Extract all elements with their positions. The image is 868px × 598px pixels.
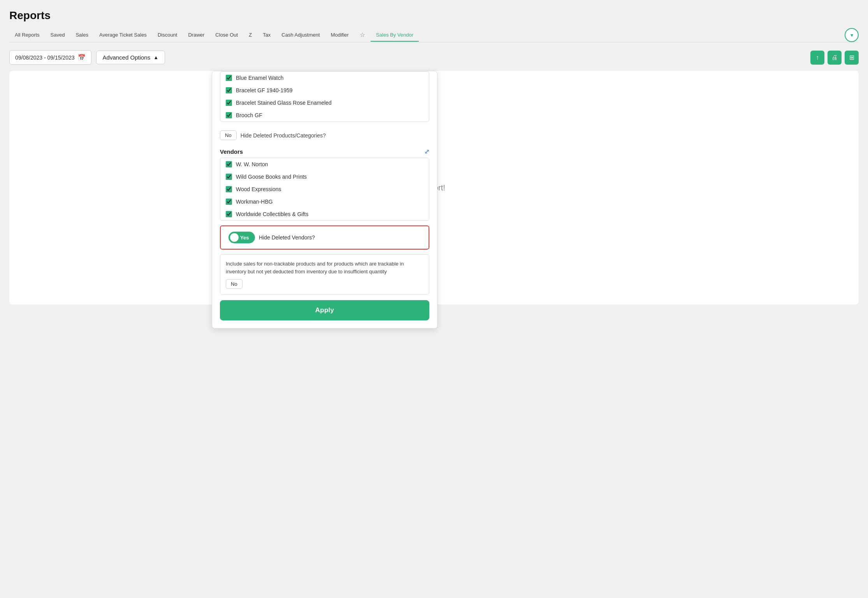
product-item-0[interactable]: Blue Enamel Watch <box>220 72 429 84</box>
tab-star[interactable]: ☆ <box>354 28 371 42</box>
hide-deleted-vendors-row: Yes Hide Deleted Vendors? <box>220 225 429 250</box>
vendor-label-2: Wood Expressions <box>236 186 281 192</box>
tab-cash-adjustment[interactable]: Cash Adjustment <box>276 29 325 42</box>
product-item-1[interactable]: Bracelet GF 1940-1959 <box>220 84 429 97</box>
tab-modifier[interactable]: Modifier <box>325 29 354 42</box>
tab-z[interactable]: Z <box>243 29 257 42</box>
vendor-item-0[interactable]: W. W. Norton <box>220 158 429 171</box>
product-label-0: Blue Enamel Watch <box>236 75 283 81</box>
toggle-circle <box>230 233 239 242</box>
print-icon: 🖨 <box>831 54 838 61</box>
vendor-checkbox-1[interactable] <box>226 174 232 180</box>
include-no-button[interactable]: No <box>226 279 242 289</box>
hide-deleted-products-row: No Hide Deleted Products/Categories? <box>212 127 437 144</box>
hide-deleted-products-button[interactable]: No <box>220 130 237 140</box>
vendor-label-4: Worldwide Collectibles & Gifts <box>236 211 308 217</box>
dropdown-nav-button[interactable]: ▾ <box>845 28 859 42</box>
tab-avg-ticket[interactable]: Average Ticket Sales <box>94 29 152 42</box>
export-icon: ↑ <box>816 54 819 61</box>
vendor-checkbox-3[interactable] <box>226 199 232 205</box>
vendor-label-1: Wild Goose Books and Prints <box>236 174 307 180</box>
product-item-2[interactable]: Bracelet Stained Glass Rose Enameled <box>220 97 429 109</box>
product-checkbox-2[interactable] <box>226 100 232 106</box>
tab-saved[interactable]: Saved <box>45 29 70 42</box>
page-title: Reports <box>9 9 859 22</box>
vendor-label-3: Workman-HBG <box>236 199 273 205</box>
table-icon: ⊞ <box>849 54 854 61</box>
vendors-section-header: Vendors ⤢ <box>212 144 437 158</box>
print-button[interactable]: 🖨 <box>828 51 842 65</box>
product-label-1: Bracelet GF 1940-1959 <box>236 87 293 93</box>
products-list: Blue Enamel Watch Bracelet GF 1940-1959 … <box>220 71 429 122</box>
product-label-2: Bracelet Stained Glass Rose Enameled <box>236 100 332 106</box>
nav-tabs: All Reports Saved Sales Average Ticket S… <box>9 28 859 42</box>
tab-sales-by-vendor[interactable]: Sales By Vendor <box>371 29 419 42</box>
controls-left: 09/08/2023 - 09/15/2023 📅 Advanced Optio… <box>9 50 165 65</box>
product-checkbox-0[interactable] <box>226 75 232 81</box>
calendar-icon: 📅 <box>78 54 86 61</box>
tab-discount[interactable]: Discount <box>152 29 183 42</box>
apply-button[interactable]: Apply <box>220 300 429 320</box>
hide-deleted-products-label: Hide Deleted Products/Categories? <box>241 132 326 139</box>
tab-close-out[interactable]: Close Out <box>210 29 243 42</box>
hide-vendors-toggle[interactable]: Yes <box>228 232 255 243</box>
product-item-3[interactable]: Brooch GF <box>220 109 429 121</box>
export-button[interactable]: ↑ <box>810 51 824 65</box>
advanced-options-label: Advanced Options <box>103 54 151 61</box>
vendor-checkbox-0[interactable] <box>226 161 232 167</box>
controls-right: ↑ 🖨 ⊞ <box>810 51 859 65</box>
vendor-label-0: W. W. Norton <box>236 161 268 167</box>
product-label-3: Brooch GF <box>236 112 262 118</box>
tab-sales[interactable]: Sales <box>70 29 94 42</box>
expand-icon[interactable]: ⤢ <box>424 148 429 155</box>
vendor-item-4[interactable]: Worldwide Collectibles & Gifts <box>220 208 429 220</box>
include-text: Include sales for non-trackable products… <box>226 261 404 274</box>
tab-drawer[interactable]: Drawer <box>183 29 210 42</box>
vendor-item-3[interactable]: Workman-HBG <box>220 195 429 208</box>
hide-deleted-vendors-label: Hide Deleted Vendors? <box>259 234 315 241</box>
toggle-yes-label: Yes <box>240 235 249 241</box>
vendor-checkbox-2[interactable] <box>226 186 232 192</box>
table-button[interactable]: ⊞ <box>845 51 859 65</box>
product-checkbox-1[interactable] <box>226 87 232 93</box>
date-range-button[interactable]: 09/08/2023 - 09/15/2023 📅 <box>9 50 91 65</box>
chevron-up-icon: ▲ <box>153 55 158 60</box>
product-checkbox-3[interactable] <box>226 112 232 118</box>
advanced-options-panel: Blue Enamel Watch Bracelet GF 1940-1959 … <box>212 71 438 329</box>
vendors-label: Vendors <box>220 148 243 155</box>
tab-tax[interactable]: Tax <box>257 29 276 42</box>
include-section: Include sales for non-trackable products… <box>220 254 429 295</box>
controls-row: 09/08/2023 - 09/15/2023 📅 Advanced Optio… <box>9 50 859 65</box>
vendor-checkbox-4[interactable] <box>226 211 232 217</box>
vendor-item-2[interactable]: Wood Expressions <box>220 183 429 195</box>
vendors-list: W. W. Norton Wild Goose Books and Prints… <box>220 158 429 221</box>
chevron-down-icon: ▾ <box>850 32 853 38</box>
vendor-item-1[interactable]: Wild Goose Books and Prints <box>220 171 429 183</box>
date-range-label: 09/08/2023 - 09/15/2023 <box>15 55 75 61</box>
tab-all-reports[interactable]: All Reports <box>9 29 45 42</box>
advanced-options-button[interactable]: Advanced Options ▲ <box>96 51 165 64</box>
